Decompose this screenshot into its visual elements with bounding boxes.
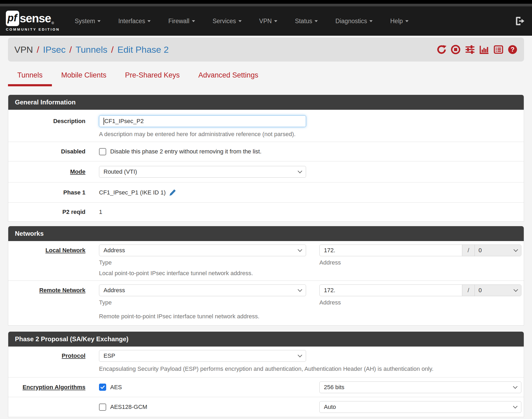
aes128gcm-checkbox-text: AES128-GCM bbox=[110, 404, 147, 410]
disabled-checkbox[interactable] bbox=[99, 148, 106, 155]
disabled-label: Disabled bbox=[8, 146, 85, 157]
edit-pencil-icon[interactable] bbox=[168, 189, 176, 197]
nav-item-help[interactable]: Help bbox=[390, 18, 408, 25]
chevron-down-icon bbox=[514, 287, 518, 292]
tab-mobile-clients[interactable]: Mobile Clients bbox=[52, 68, 116, 86]
panel-general-information: General Information Description CF1_IPse… bbox=[8, 95, 524, 222]
logo-subtitle: COMMUNITY EDITION bbox=[6, 27, 60, 31]
chevron-down-icon bbox=[192, 20, 195, 22]
nav-item-services[interactable]: Services bbox=[213, 18, 242, 25]
mode-label: Mode bbox=[8, 166, 85, 178]
logo-sense-text: sense bbox=[20, 12, 51, 25]
row-protocol: Protocol ESP Encapsulating Security Payl… bbox=[8, 347, 524, 377]
local-network-help: Local point-to-point IPsec interface tun… bbox=[99, 270, 306, 277]
nav-item-firewall[interactable]: Firewall bbox=[168, 18, 195, 25]
top-navbar: pf sense ® COMMUNITY EDITION System Inte… bbox=[0, 6, 532, 36]
tab-tunnels[interactable]: Tunnels bbox=[8, 68, 52, 86]
remote-address-input[interactable]: 172. bbox=[320, 285, 462, 296]
panel-phase2-proposal: Phase 2 Proposal (SA/Key Exchange) Proto… bbox=[8, 332, 524, 417]
row-description: Description CF1_IPsec_P2 A description m… bbox=[8, 110, 524, 142]
breadcrumb-current-edit-phase2: Edit Phase 2 bbox=[117, 44, 169, 55]
chevron-down-icon bbox=[147, 20, 151, 22]
help-icon[interactable]: ? bbox=[508, 44, 518, 55]
chevron-down-icon bbox=[369, 20, 373, 22]
text-caret bbox=[104, 118, 104, 125]
panel-title: General Information bbox=[8, 95, 524, 110]
breadcrumb-bar: VPN / IPsec / Tunnels / Edit Phase 2 bbox=[8, 38, 524, 62]
panel-title: Networks bbox=[8, 226, 524, 241]
mode-select[interactable]: Routed (VTI) bbox=[99, 166, 306, 178]
chevron-down-icon bbox=[315, 20, 318, 22]
slash-addon: / bbox=[462, 285, 475, 296]
protocol-help: Encapsulating Security Payload (ESP) per… bbox=[99, 365, 521, 372]
bar-chart-icon[interactable] bbox=[479, 44, 489, 55]
nav-item-system[interactable]: System bbox=[75, 18, 101, 25]
panel-networks: Networks Local Network Address Type Loca… bbox=[8, 226, 524, 326]
aes128gcm-checkbox[interactable] bbox=[99, 404, 106, 411]
local-network-label: Local Network bbox=[8, 245, 85, 256]
encryption-algorithms-label: Encryption Algorithms bbox=[8, 381, 85, 393]
slash-addon: / bbox=[462, 245, 475, 256]
nav-item-diagnostics[interactable]: Diagnostics bbox=[335, 18, 373, 25]
row-encryption-aes128gcm: AES128-GCM Auto bbox=[8, 397, 524, 417]
aes-checkbox-text: AES bbox=[110, 384, 122, 391]
chevron-down-icon bbox=[513, 404, 518, 409]
row-local-network: Local Network Address Type Local point-t… bbox=[8, 241, 524, 281]
chevron-down-icon bbox=[514, 247, 518, 252]
row-disabled: Disabled Disable this phase 2 entry with… bbox=[8, 142, 524, 161]
local-type-caption: Type bbox=[99, 259, 306, 266]
breadcrumb: VPN / IPsec / Tunnels / Edit Phase 2 bbox=[14, 44, 169, 55]
nav-item-vpn[interactable]: VPN bbox=[259, 18, 277, 25]
tab-pre-shared-keys[interactable]: Pre-Shared Keys bbox=[116, 68, 189, 86]
tab-bar: Tunnels Mobile Clients Pre-Shared Keys A… bbox=[8, 68, 532, 86]
chevron-down-icon bbox=[97, 20, 101, 22]
phase1-value: CF1_IPsec_P1 (IKE ID 1) bbox=[99, 189, 166, 196]
aes-checkbox[interactable] bbox=[99, 384, 106, 391]
breadcrumb-section: VPN bbox=[14, 44, 33, 55]
local-address-caption: Address bbox=[319, 259, 521, 266]
aes-keylen-select[interactable]: 256 bits bbox=[319, 381, 521, 393]
nav-item-interfaces[interactable]: Interfaces bbox=[118, 18, 151, 25]
logo-pf-box: pf bbox=[6, 11, 19, 26]
chevron-down-icon bbox=[238, 20, 242, 22]
log-list-icon[interactable] bbox=[493, 44, 504, 55]
chevron-down-icon bbox=[298, 287, 302, 292]
chevron-down-icon bbox=[298, 353, 302, 357]
protocol-select[interactable]: ESP bbox=[99, 350, 306, 362]
remote-network-help: Remote point-to-point IPsec interface tu… bbox=[99, 313, 306, 320]
local-mask-select[interactable]: 0 bbox=[475, 245, 521, 256]
local-network-type-select[interactable]: Address bbox=[99, 245, 306, 256]
protocol-label: Protocol bbox=[8, 350, 85, 362]
remote-mask-select[interactable]: 0 bbox=[475, 285, 521, 296]
breadcrumb-link-ipsec[interactable]: IPsec bbox=[43, 44, 65, 55]
remote-network-type-select[interactable]: Address bbox=[99, 284, 306, 296]
chevron-down-icon bbox=[298, 169, 302, 173]
stop-circle-icon[interactable] bbox=[451, 44, 461, 55]
refresh-icon[interactable] bbox=[436, 44, 447, 55]
p2-reqid-value: 1 bbox=[99, 209, 102, 215]
chevron-down-icon bbox=[513, 384, 518, 389]
aes128gcm-keylen-select[interactable]: Auto bbox=[319, 401, 521, 413]
chevron-down-icon bbox=[274, 20, 277, 22]
pfsense-logo[interactable]: pf sense ® COMMUNITY EDITION bbox=[6, 11, 60, 31]
logo-registered-mark: ® bbox=[51, 21, 54, 25]
description-input[interactable]: CF1_IPsec_P2 bbox=[99, 115, 306, 127]
row-remote-network: Remote Network Address Type Remote point… bbox=[8, 281, 524, 325]
sliders-icon[interactable] bbox=[465, 44, 475, 55]
phase1-label: Phase 1 bbox=[8, 187, 85, 198]
window-top-edge bbox=[0, 0, 532, 4]
remote-network-label: Remote Network bbox=[8, 284, 85, 296]
description-help: A description may be entered here for ad… bbox=[99, 131, 521, 138]
remote-type-caption: Type bbox=[99, 299, 306, 306]
breadcrumb-actions: ? bbox=[436, 44, 518, 55]
remote-address-caption: Address bbox=[319, 299, 521, 306]
breadcrumb-link-tunnels[interactable]: Tunnels bbox=[76, 44, 108, 55]
nav-item-status[interactable]: Status bbox=[295, 18, 318, 25]
tab-advanced-settings[interactable]: Advanced Settings bbox=[189, 68, 267, 86]
nav-menu: System Interfaces Firewall Services VPN … bbox=[75, 18, 409, 25]
disabled-checkbox-text: Disable this phase 2 entry without remov… bbox=[110, 148, 262, 155]
row-mode: Mode Routed (VTI) bbox=[8, 161, 524, 182]
local-address-input[interactable]: 172. bbox=[320, 245, 462, 256]
sign-out-icon[interactable] bbox=[514, 16, 525, 26]
svg-text:?: ? bbox=[511, 46, 515, 53]
